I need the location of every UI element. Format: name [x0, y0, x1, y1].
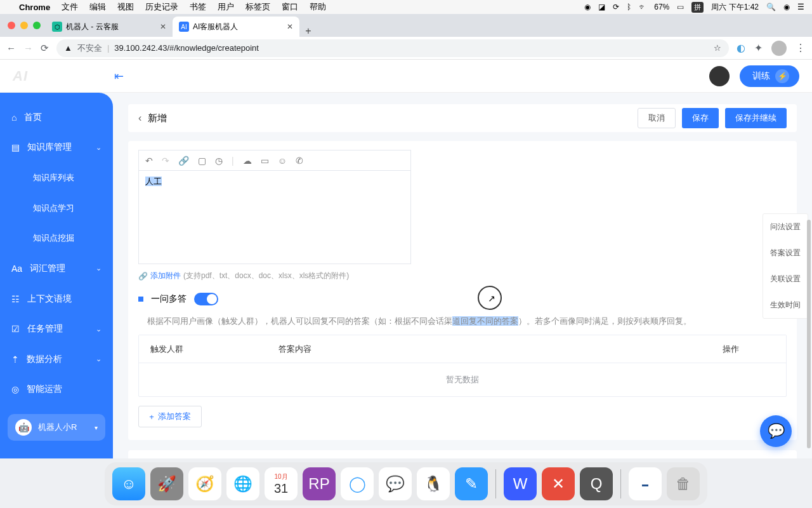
add-answer-button[interactable]: + 添加答案	[138, 406, 202, 427]
sidebar-label: 知识库管理	[27, 142, 72, 153]
sidebar-item-tasks[interactable]: ☑任务管理⌄	[0, 314, 113, 344]
clock-icon[interactable]: ◷	[215, 156, 223, 166]
wifi-icon[interactable]: ᯤ	[639, 3, 646, 11]
attach-icon: 🔗	[138, 272, 148, 281]
save-button[interactable]: 保存	[682, 108, 719, 128]
dock-app-icon[interactable]: ✎	[455, 467, 488, 500]
sidebar-item-context[interactable]: ☷上下文语境	[0, 284, 113, 314]
dock-app-icon[interactable]: ◯	[341, 467, 374, 500]
menu-file[interactable]: 文件	[62, 1, 78, 13]
close-tab-icon[interactable]: ✕	[160, 22, 166, 31]
menubar-app[interactable]: Chrome	[19, 3, 50, 12]
ime-indicator[interactable]: 拼	[691, 2, 704, 13]
forward-icon[interactable]: →	[23, 43, 33, 53]
browser-tab[interactable]: ⬡ 机器人 - 云客服 ✕	[46, 17, 173, 37]
sidebar-item-analytics[interactable]: ⇡数据分析⌄	[0, 345, 113, 374]
sidebar-sub-kb-list[interactable]: 知识库列表	[0, 163, 113, 192]
redo-icon[interactable]: ↷	[162, 156, 169, 166]
dock-quicktime-icon[interactable]: Q	[580, 467, 613, 500]
cancel-button[interactable]: 取消	[638, 108, 676, 128]
spotlight-icon[interactable]: 🔍	[766, 3, 776, 11]
dock-qq-icon[interactable]: 🐧	[417, 467, 450, 500]
status-icon[interactable]: ◉	[584, 3, 591, 11]
sidebar-item-knowledge[interactable]: ▤知识库管理⌄	[0, 133, 113, 163]
dock-calendar-icon[interactable]: 10月31	[265, 467, 298, 500]
dock-trash-icon[interactable]: 🗑	[667, 467, 700, 500]
extension-icon[interactable]: ◐	[737, 42, 745, 54]
menu-edit[interactable]: 编辑	[89, 1, 106, 13]
window-controls[interactable]	[5, 22, 46, 29]
rich-text-editor[interactable]: 人工	[138, 170, 411, 264]
anchor-nav: 问法设置 答案设置 关联设置 生效时间	[763, 213, 808, 319]
chat-fab[interactable]: 💬	[760, 415, 792, 447]
dock-wps-icon[interactable]: W	[504, 467, 537, 500]
new-tab-button[interactable]: +	[299, 25, 317, 37]
menu-tabs[interactable]: 标签页	[246, 1, 270, 13]
main-content: ‹ 新增 取消 保存 保存并继续 ↶ ↷ 🔗 ▢ ◷ |	[113, 93, 812, 458]
chrome-menu-icon[interactable]: ⋮	[796, 42, 806, 54]
status-icon[interactable]: ◪	[598, 3, 605, 11]
menu-window[interactable]: 窗口	[282, 1, 298, 13]
profile-avatar-icon[interactable]	[771, 41, 787, 56]
collapse-sidebar-icon[interactable]: ⇤	[114, 69, 124, 83]
cloud-icon[interactable]: ☁	[243, 156, 252, 166]
sidebar-item-home[interactable]: ⌂首页	[0, 103, 113, 132]
close-window-icon[interactable]	[8, 22, 15, 29]
favicon-icon: ⬡	[52, 22, 62, 32]
minimize-window-icon[interactable]	[20, 22, 28, 29]
maximize-window-icon[interactable]	[33, 22, 41, 29]
reload-icon[interactable]: ⟳	[41, 43, 49, 54]
browser-tab-active[interactable]: AI AI客服机器人 ✕	[173, 17, 299, 37]
menu-view[interactable]: 视图	[117, 1, 134, 13]
multi-answer-toggle[interactable]	[194, 293, 218, 305]
chart-icon: ⇡	[11, 354, 19, 364]
layers-icon: ☷	[11, 294, 20, 304]
scrollbar[interactable]	[807, 220, 811, 448]
clock[interactable]: 周六 下午1:42	[711, 2, 759, 13]
dock-app-icon[interactable]: RP	[303, 467, 336, 500]
image-icon[interactable]: ▢	[198, 156, 206, 166]
menu-history[interactable]: 历史记录	[145, 1, 178, 13]
address-bar[interactable]: ▲ 不安全 | 39.100.242.43/#/knowledge/create…	[56, 39, 729, 57]
dock-app-icon[interactable]: ✕	[542, 467, 575, 500]
battery-percent: 67%	[654, 3, 669, 11]
close-tab-icon[interactable]: ✕	[287, 22, 293, 31]
user-avatar[interactable]	[709, 66, 730, 86]
page-title: 新增	[148, 112, 167, 124]
slide-icon[interactable]: ▭	[261, 156, 269, 166]
anchor-item[interactable]: 关联设置	[763, 266, 808, 292]
extensions-icon[interactable]: ✦	[754, 42, 763, 54]
dock-launchpad-icon[interactable]: 🚀	[150, 467, 183, 500]
link-icon[interactable]: 🔗	[178, 156, 189, 166]
bookmark-star-icon[interactable]: ☆	[714, 43, 721, 53]
dock-finder-icon[interactable]: ☺	[112, 467, 145, 500]
dock-safari-icon[interactable]: 🧭	[188, 467, 221, 500]
train-button[interactable]: 训练 ⚡	[740, 65, 799, 87]
phone-icon[interactable]: ✆	[296, 156, 303, 166]
anchor-item[interactable]: 问法设置	[763, 214, 808, 240]
smile-icon[interactable]: ☺	[278, 156, 287, 166]
sidebar: ⌂首页 ▤知识库管理⌄ 知识库列表 知识点学习 知识点挖掘 Aa词汇管理⌄ ☷上…	[0, 93, 113, 458]
menu-bookmarks[interactable]: 书签	[190, 1, 206, 13]
menu-help[interactable]: 帮助	[310, 1, 326, 13]
back-chevron-icon[interactable]: ‹	[138, 112, 141, 124]
anchor-item[interactable]: 生效时间	[763, 292, 808, 318]
undo-icon[interactable]: ↶	[145, 156, 153, 166]
sidebar-bot-selector[interactable]: 🤖 机器人小R ▾	[8, 414, 105, 441]
sidebar-sub-kb-mine[interactable]: 知识点挖掘	[0, 224, 113, 253]
anchor-item[interactable]: 答案设置	[763, 240, 808, 266]
save-continue-button[interactable]: 保存并继续	[725, 108, 787, 128]
dock-file-icon[interactable]: ▬	[629, 467, 662, 500]
siri-icon[interactable]: ◉	[783, 3, 790, 11]
control-center-icon[interactable]: ☰	[797, 3, 804, 11]
dock-chrome-icon[interactable]: 🌐	[226, 467, 259, 500]
sidebar-item-ops[interactable]: ◎智能运营	[0, 375, 113, 404]
bluetooth-icon[interactable]: ᛒ	[627, 3, 631, 11]
menu-user[interactable]: 用户	[218, 1, 234, 13]
dock-wechat-icon[interactable]: 💬	[379, 467, 412, 500]
sidebar-item-vocab[interactable]: Aa词汇管理⌄	[0, 254, 113, 283]
add-attachment-link[interactable]: 添加附件	[150, 271, 181, 281]
back-icon[interactable]: ←	[6, 43, 16, 53]
sidebar-sub-kb-learn[interactable]: 知识点学习	[0, 194, 113, 223]
status-icon[interactable]: ⟳	[613, 3, 619, 11]
